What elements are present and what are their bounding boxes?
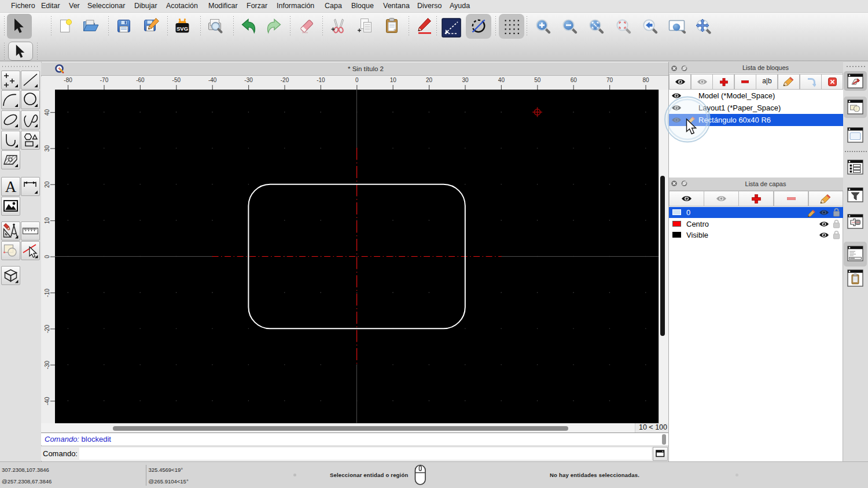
svg-text:-60: -60 [136, 77, 145, 83]
svg-text:0: 0 [44, 255, 50, 258]
svg-text:-30: -30 [44, 361, 50, 369]
svg-text:0: 0 [355, 77, 359, 83]
svg-text:30: 30 [462, 77, 469, 83]
svg-text:60: 60 [571, 77, 578, 83]
svg-text:-10: -10 [44, 289, 50, 297]
svg-text:A: A [5, 178, 17, 195]
svg-text:20: 20 [44, 181, 50, 188]
svg-text:SVG: SVG [176, 25, 188, 32]
svg-text:-20: -20 [281, 77, 289, 83]
svg-text:-40: -40 [208, 77, 217, 83]
svg-text:70: 70 [606, 77, 613, 83]
svg-text:-10: -10 [317, 77, 325, 83]
svg-text:-40: -40 [44, 397, 50, 405]
svg-text:-80: -80 [64, 77, 72, 83]
svg-text:-20: -20 [44, 324, 50, 333]
svg-text:-50: -50 [172, 77, 181, 83]
svg-text:30: 30 [44, 145, 50, 152]
svg-text:40: 40 [44, 109, 50, 116]
svg-text:50: 50 [534, 77, 541, 83]
svg-text:80: 80 [642, 77, 649, 83]
svg-text:40: 40 [498, 77, 505, 83]
svg-text:-70: -70 [100, 77, 109, 83]
svg-text:-30: -30 [244, 77, 253, 83]
svg-text:20: 20 [426, 77, 433, 83]
svg-text:10: 10 [390, 77, 397, 83]
svg-text:10: 10 [44, 217, 50, 224]
